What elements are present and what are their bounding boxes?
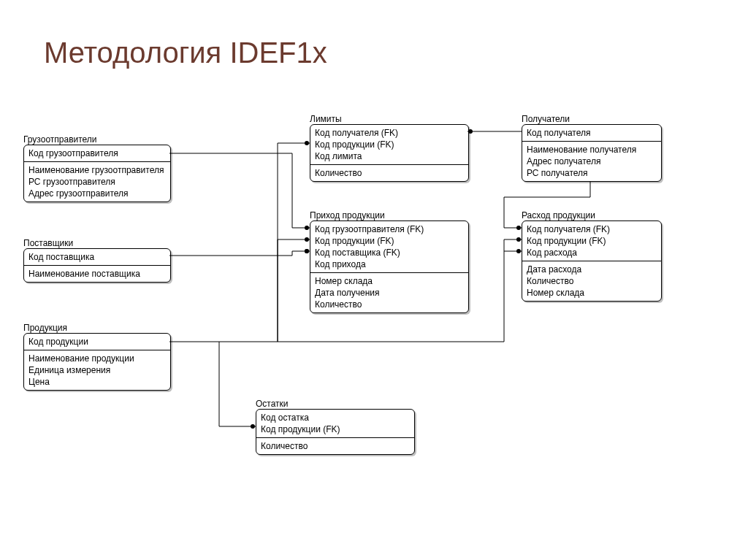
pk-field: Код грузоотправителя (FK) — [315, 223, 464, 235]
entity-attrs: Наименование получателя Адрес получателя… — [522, 142, 661, 181]
svg-point-2 — [305, 226, 309, 230]
entity-shippers: Код грузоотправителя Наименование грузоо… — [23, 145, 171, 202]
entity-label-recipients: Получатели — [522, 114, 570, 124]
attr-field: Цена — [28, 376, 166, 388]
attr-field: Номер склада — [527, 287, 657, 299]
pk-field: Код остатка — [261, 412, 410, 423]
pk-field: Код получателя (FK) — [527, 223, 657, 235]
attr-field: Адрес получателя — [527, 156, 657, 167]
attr-field: Наименование получателя — [527, 144, 657, 156]
pk-field: Код грузоотправителя — [28, 147, 166, 159]
attr-field: Наименование грузоотправителя — [28, 164, 166, 176]
attr-field: Наименование продукции — [28, 353, 166, 364]
pk-field: Код поставщика — [28, 251, 166, 263]
entity-incoming: Код грузоотправителя (FK) Код продукции … — [310, 220, 469, 313]
attr-field: РС грузоотправителя — [28, 176, 166, 188]
entity-label-suppliers: Поставщики — [23, 238, 73, 248]
attr-field: Дата получения — [315, 287, 464, 299]
attr-field: Количество — [315, 167, 464, 179]
svg-point-10 — [516, 249, 521, 253]
entity-label-products: Продукция — [23, 323, 67, 333]
svg-point-5 — [305, 237, 309, 242]
entity-attrs: Наименование грузоотправителя РС грузоот… — [24, 162, 170, 202]
svg-point-3 — [305, 249, 309, 253]
attr-field: Наименование поставщика — [28, 268, 166, 280]
pk-field: Код продукции (FK) — [315, 139, 464, 150]
svg-point-4 — [305, 141, 309, 145]
entity-label-remains: Остатки — [256, 399, 289, 409]
entity-pk: Код получателя — [522, 125, 661, 142]
attr-field: Единица измерения — [28, 364, 166, 376]
entity-attrs: Номер склада Дата получения Количество — [310, 273, 468, 312]
entity-remains: Код остатка Код продукции (FK) Количеств… — [256, 409, 415, 455]
attr-field: Номер склада — [315, 275, 464, 287]
svg-point-8 — [516, 226, 521, 230]
entity-pk: Код грузоотправителя — [24, 145, 170, 162]
entity-attrs: Количество — [256, 438, 414, 454]
pk-field: Код прихода — [315, 258, 464, 270]
pk-field: Код продукции (FK) — [315, 235, 464, 247]
entity-recipients: Код получателя Наименование получателя А… — [522, 124, 662, 182]
entity-label-outgoing: Расход продукции — [522, 210, 595, 220]
svg-point-7 — [516, 237, 521, 242]
pk-field: Код лимита — [315, 150, 464, 162]
pk-field: Код продукции — [28, 336, 166, 348]
attr-field: Количество — [261, 440, 410, 452]
attr-field: Адрес грузоотправителя — [28, 188, 166, 199]
entity-products: Код продукции Наименование продукции Еди… — [23, 333, 171, 391]
pk-field: Код продукции (FK) — [261, 423, 410, 435]
pk-field: Код получателя — [527, 127, 657, 139]
entity-pk: Код продукции — [24, 334, 170, 350]
pk-field: Код поставщика (FK) — [315, 247, 464, 258]
entity-pk: Код грузоотправителя (FK) Код продукции … — [310, 221, 468, 273]
pk-field: Код расхода — [527, 247, 657, 258]
slide-title: Методология IDEF1x — [44, 37, 327, 69]
attr-field: Количество — [315, 299, 464, 310]
svg-point-9 — [305, 249, 309, 253]
entity-attrs: Наименование продукции Единица измерения… — [24, 350, 170, 390]
attr-field: Дата расхода — [527, 264, 657, 275]
entity-pk: Код получателя (FK) Код продукции (FK) К… — [310, 125, 468, 165]
pk-field: Код получателя (FK) — [315, 127, 464, 139]
entity-limits: Код получателя (FK) Код продукции (FK) К… — [310, 124, 469, 182]
attr-field: Количество — [527, 275, 657, 287]
entity-label-incoming: Приход продукции — [310, 210, 385, 220]
svg-point-6 — [251, 424, 255, 429]
entity-pk: Код поставщика — [24, 249, 170, 266]
entity-pk: Код получателя (FK) Код продукции (FK) К… — [522, 221, 661, 261]
entity-attrs: Наименование поставщика — [24, 266, 170, 282]
entity-label-shippers: Грузоотправители — [23, 134, 97, 145]
entity-outgoing: Код получателя (FK) Код продукции (FK) К… — [522, 220, 662, 302]
entity-attrs: Количество — [310, 165, 468, 181]
entity-label-limits: Лимиты — [310, 114, 342, 124]
entity-attrs: Дата расхода Количество Номер склада — [522, 261, 661, 301]
entity-pk: Код остатка Код продукции (FK) — [256, 410, 414, 438]
entity-suppliers: Код поставщика Наименование поставщика — [23, 248, 171, 283]
pk-field: Код продукции (FK) — [527, 235, 657, 247]
attr-field: РС получателя — [527, 167, 657, 179]
